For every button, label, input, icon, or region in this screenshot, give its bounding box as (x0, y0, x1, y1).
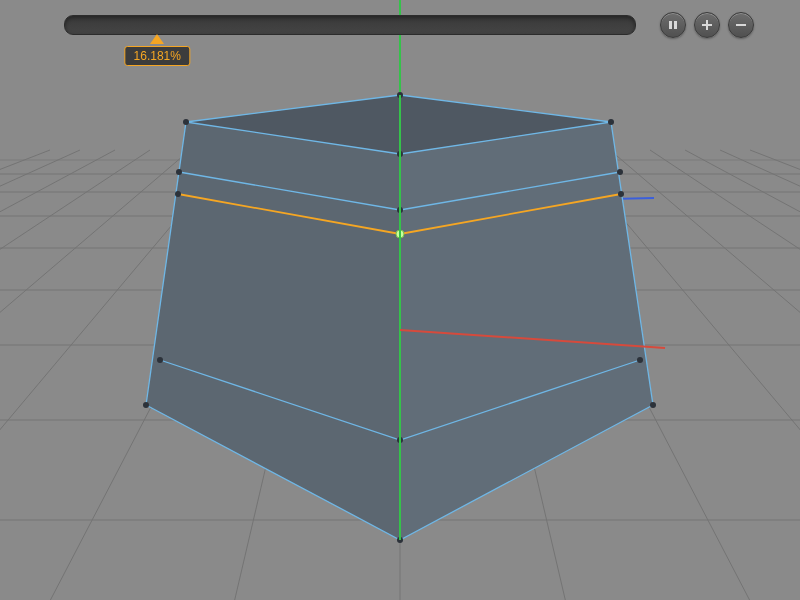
plus-icon (701, 19, 713, 31)
svg-line-25 (750, 150, 800, 600)
viewport-3d[interactable] (0, 0, 800, 600)
svg-point-39 (618, 191, 624, 197)
zoom-out-button[interactable] (728, 12, 754, 38)
svg-point-36 (617, 169, 623, 175)
svg-point-41 (637, 357, 643, 363)
svg-rect-47 (674, 21, 677, 29)
svg-line-17 (0, 150, 50, 600)
svg-line-14 (0, 150, 150, 600)
slider-handle[interactable] (150, 34, 164, 44)
svg-point-40 (157, 357, 163, 363)
svg-line-24 (720, 150, 800, 600)
value-slider[interactable]: 16.181% (64, 15, 636, 35)
svg-rect-49 (702, 24, 712, 26)
svg-point-35 (176, 169, 182, 175)
svg-line-22 (650, 150, 800, 600)
svg-point-33 (183, 119, 189, 125)
round-buttons-group (660, 12, 754, 38)
cube-right-face (400, 122, 653, 540)
svg-line-23 (685, 150, 800, 600)
svg-line-15 (0, 150, 115, 600)
svg-rect-46 (669, 21, 672, 29)
zoom-in-button[interactable] (694, 12, 720, 38)
minus-icon (735, 19, 747, 31)
pause-icon (668, 20, 678, 30)
svg-line-16 (0, 150, 80, 600)
svg-point-32 (608, 119, 614, 125)
svg-rect-50 (736, 24, 746, 26)
svg-point-44 (650, 402, 656, 408)
cube-left-face (146, 122, 400, 540)
pause-button[interactable] (660, 12, 686, 38)
svg-point-38 (175, 191, 181, 197)
top-bar: 16.181% (64, 10, 768, 40)
svg-point-43 (143, 402, 149, 408)
